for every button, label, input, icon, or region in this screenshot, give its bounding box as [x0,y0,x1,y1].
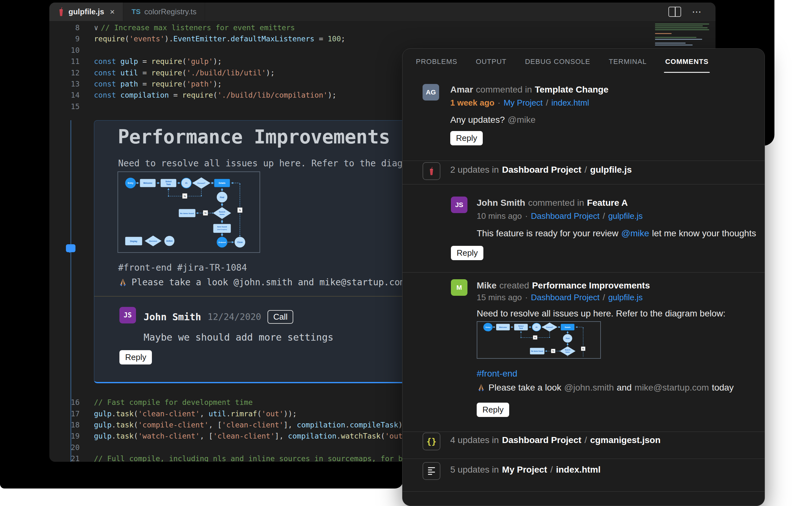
mention: @mike [508,115,536,125]
svg-text:N: N [184,195,186,198]
minimap[interactable] [655,23,713,47]
avatar: JS [119,307,136,324]
svg-text:Decision: Decision [149,240,157,242]
svg-text:Entry: Entry [128,182,133,185]
flowchart-svg: Entry Welcome Select Task #1 Correct? De… [118,172,258,251]
split-editor-icon[interactable] [668,7,681,17]
reply-button[interactable]: Reply [451,246,483,260]
typescript-icon: TS [132,8,140,16]
timestamp: 1 week ago [450,98,494,108]
fold-chevron-icon[interactable]: ∨ [94,23,98,32]
gulp-icon [58,7,65,16]
tab-gulpfile[interactable]: gulpfile.js × [49,3,123,21]
project-name: My Project [502,465,547,475]
comment-title: Performance Improvements [118,125,390,148]
code-line: 9require('events').EventEmitter.defaultM… [49,33,716,45]
svg-text:items: items [220,214,225,215]
comment-bubble-icon[interactable] [66,244,75,252]
reply-button[interactable]: Reply [477,403,509,417]
project-name: Dashboard Project [502,435,582,445]
avatar: AG [422,84,439,100]
divider [403,184,764,184]
svg-text:Close: Close [237,241,243,244]
file-name: cgmanigest.json [590,435,661,445]
reply-text: Maybe we should add more settings [144,332,333,343]
tab-label: gulpfile.js [68,7,104,16]
svg-text:(Goal Complete): (Goal Complete) [217,229,227,230]
divider [403,432,764,432]
tab-terminal[interactable]: TERMINAL [609,58,647,73]
author-name: John Smith [477,198,525,208]
call-button[interactable]: Call [267,310,293,324]
reply-button[interactable]: Reply [119,350,152,364]
comment-mention-line: Please take a look @john.smith and mike@… [118,277,437,287]
praying-hands-emoji [477,383,486,392]
praying-hands-emoji [118,278,128,287]
comment-tags: #front-end #jira-TR-1084 [118,262,247,273]
project-link[interactable]: Dashboard Project [531,292,599,303]
reply-button[interactable]: Reply [450,131,483,145]
comments-panel: PROBLEMS OUTPUT DEBUG CONSOLE TERMINAL C… [402,48,765,506]
flowchart-thumb-svg [477,322,599,357]
flowchart-thumbnail [477,321,601,359]
document-lines-icon [422,462,441,480]
comment-text: This feature is ready for your review [477,228,618,239]
svg-text:Select: Select [165,181,172,183]
screenshot-canvas: gulpfile.js × TS colorRegistry.ts ⋯ 8∨//… [0,0,812,506]
avatar: JS [451,196,467,213]
code-line: 8∨// Increase max listeners for event em… [49,22,716,33]
comment-text: Need to resolve all issues up here. Refe… [477,309,725,319]
thread-title: Template Change [535,85,608,95]
thread-title: Feature A [587,198,628,208]
mention[interactable]: @mike [621,228,649,239]
author-name: Amar [450,85,473,95]
svg-text:No items found: No items found [180,213,194,215]
file-link[interactable]: index.html [551,98,589,108]
svg-text:Display: Display [130,240,137,243]
svg-text:Correct?: Correct? [197,182,205,184]
file-link[interactable]: gulpfile.js [608,211,642,221]
svg-text:#1: #1 [185,182,188,184]
email-mention: mike@startup.com [635,383,709,393]
tag-link[interactable]: #front-end [477,368,518,379]
project-link[interactable]: Dashboard Project [531,211,599,221]
svg-text:Action: Action [166,240,173,242]
close-icon[interactable]: × [110,7,115,17]
svg-text:Find: Find [220,196,224,198]
flowchart-diagram: Entry Welcome Select Task #1 Correct? De… [118,171,260,253]
svg-text:Welcome: Welcome [143,182,152,184]
reply-date: 12/24/2020 [208,312,261,322]
gulp-file-icon [422,162,441,180]
svg-text:N: N [239,208,241,212]
braces-json-icon: {} [422,432,441,450]
project-link[interactable]: My Project [503,98,543,108]
panel-tab-bar: PROBLEMS OUTPUT DEBUG CONSOLE TERMINAL C… [416,58,708,73]
editor-tab-bar: gulpfile.js × TS colorRegistry.ts ⋯ [49,3,716,21]
tab-label: colorRegistry.ts [144,7,197,16]
tab-output[interactable]: OUTPUT [476,58,506,73]
mention: @john.smith [564,383,614,393]
divider [403,458,764,459]
reply-author: John Smith [144,311,201,323]
tab-problems[interactable]: PROBLEMS [416,58,457,73]
mention-text: Please take a look @john.smith and mike@… [132,277,437,287]
svg-text:Details: Details [219,182,225,184]
thread-title: Performance Improvements [532,280,650,291]
file-link[interactable]: gulpfile.js [608,292,642,303]
divider [403,161,764,161]
ellipsis-icon[interactable]: ⋯ [692,7,703,16]
timestamp: 15 mins ago [477,292,522,303]
tab-colorregistry[interactable]: TS colorRegistry.ts [123,3,205,21]
svg-text:Task: Task [166,183,171,185]
comment-text: Any updates? [450,115,505,125]
comment-range-line [70,120,71,462]
svg-text:Ordered: Ordered [218,242,226,244]
avatar: M [451,279,467,296]
file-name: gulpfile.js [590,165,632,175]
file-name: index.html [556,465,601,475]
divider [403,272,764,272]
svg-text:Search: Search [219,211,225,213]
tab-debug-console[interactable]: DEBUG CONSOLE [525,58,590,73]
tab-comments[interactable]: COMMENTS [665,58,708,73]
svg-text:Item found: Item found [217,226,227,228]
